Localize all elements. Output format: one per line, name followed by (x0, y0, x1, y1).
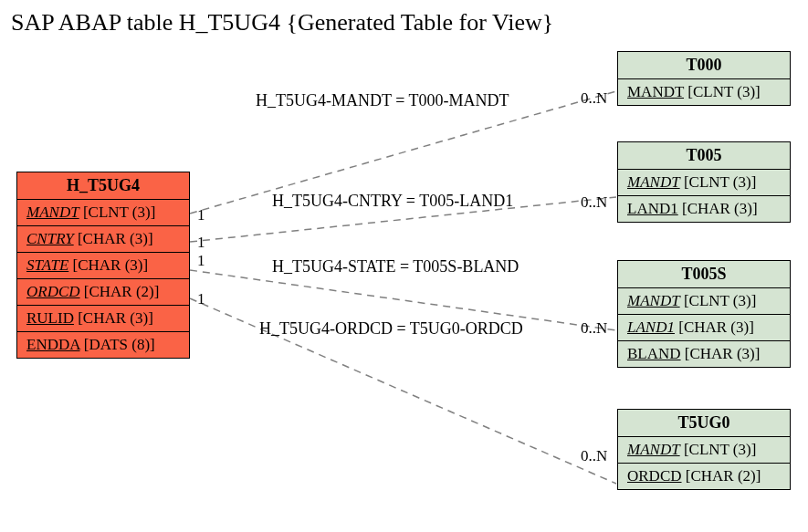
entity-h-t5ug4: H_T5UG4 MANDT [CLNT (3)] CNTRY [CHAR (3)… (16, 172, 190, 359)
entity-header: H_T5UG4 (17, 172, 189, 200)
field-type: [CLNT (3)] (684, 173, 756, 191)
cardinality-left: 1 (197, 252, 205, 270)
cardinality-left: 1 (197, 234, 205, 252)
field-type: [CHAR (2)] (686, 467, 761, 485)
field-type: [CLNT (3)] (684, 292, 756, 309)
field-type: [DATS (8)] (84, 336, 155, 353)
field-type: [CHAR (3)] (678, 318, 754, 336)
field-name: RULID (26, 309, 74, 327)
relation-label: H_T5UG4-ORDCD = T5UG0-ORDCD (259, 319, 523, 339)
field-row: MANDT [CLNT (3)] (618, 288, 790, 315)
field-row: STATE [CHAR (3)] (17, 253, 189, 279)
field-name: ORDCD (627, 467, 682, 485)
cardinality-right: 0..N (581, 447, 607, 465)
cardinality-right: 0..N (581, 193, 607, 212)
field-type: [CHAR (3)] (73, 256, 149, 274)
field-name: BLAND (627, 345, 681, 362)
field-row: CNTRY [CHAR (3)] (17, 226, 189, 253)
entity-header: T005S (618, 261, 790, 288)
cardinality-left: 1 (197, 206, 205, 224)
field-name: MANDT (26, 203, 79, 221)
field-name: LAND1 (627, 318, 675, 336)
entity-t005s: T005S MANDT [CLNT (3)] LAND1 [CHAR (3)] … (617, 260, 791, 368)
field-type: [CLNT (3)] (684, 441, 756, 458)
field-type: [CLNT (3)] (687, 83, 760, 100)
entity-t005: T005 MANDT [CLNT (3)] LAND1 [CHAR (3)] (617, 141, 791, 223)
relation-label: H_T5UG4-MANDT = T000-MANDT (256, 91, 509, 110)
field-type: [CHAR (3)] (78, 309, 153, 327)
field-row: ENDDA [DATS (8)] (17, 332, 189, 358)
relation-label: H_T5UG4-STATE = T005S-BLAND (272, 257, 519, 276)
field-name: MANDT (627, 441, 680, 458)
field-row: LAND1 [CHAR (3)] (618, 196, 790, 222)
page-title: SAP ABAP table H_T5UG4 {Generated Table … (11, 9, 553, 37)
field-type: [CLNT (3)] (83, 203, 155, 221)
entity-header: T005 (618, 142, 790, 170)
field-row: MANDT [CLNT (3)] (618, 79, 790, 105)
field-type: [CHAR (2)] (84, 283, 160, 300)
field-row: MANDT [CLNT (3)] (618, 170, 790, 196)
field-name: STATE (26, 256, 68, 274)
field-type: [CHAR (3)] (682, 200, 758, 217)
cardinality-right: 0..N (581, 89, 607, 108)
field-name: ORDCD (26, 283, 80, 300)
cardinality-right: 0..N (581, 319, 607, 338)
field-name: MANDT (627, 83, 684, 100)
field-type: [CHAR (3)] (685, 345, 761, 362)
field-row: MANDT [CLNT (3)] (618, 437, 790, 464)
field-row: ORDCD [CHAR (2)] (17, 279, 189, 306)
field-name: MANDT (627, 292, 680, 309)
field-row: RULID [CHAR (3)] (17, 306, 189, 332)
field-name: CNTRY (26, 230, 74, 247)
field-row: ORDCD [CHAR (2)] (618, 464, 790, 489)
field-name: ENDDA (26, 336, 80, 353)
field-name: MANDT (627, 173, 680, 191)
entity-header: T000 (618, 52, 790, 79)
field-row: LAND1 [CHAR (3)] (618, 315, 790, 341)
entity-t000: T000 MANDT [CLNT (3)] (617, 51, 791, 106)
field-type: [CHAR (3)] (78, 230, 153, 247)
cardinality-left: 1 (197, 290, 205, 308)
field-row: BLAND [CHAR (3)] (618, 341, 790, 367)
entity-header: T5UG0 (618, 410, 790, 437)
field-name: LAND1 (627, 200, 678, 217)
entity-t5ug0: T5UG0 MANDT [CLNT (3)] ORDCD [CHAR (2)] (617, 409, 791, 490)
relation-label: H_T5UG4-CNTRY = T005-LAND1 (272, 192, 513, 211)
field-row: MANDT [CLNT (3)] (17, 200, 189, 226)
